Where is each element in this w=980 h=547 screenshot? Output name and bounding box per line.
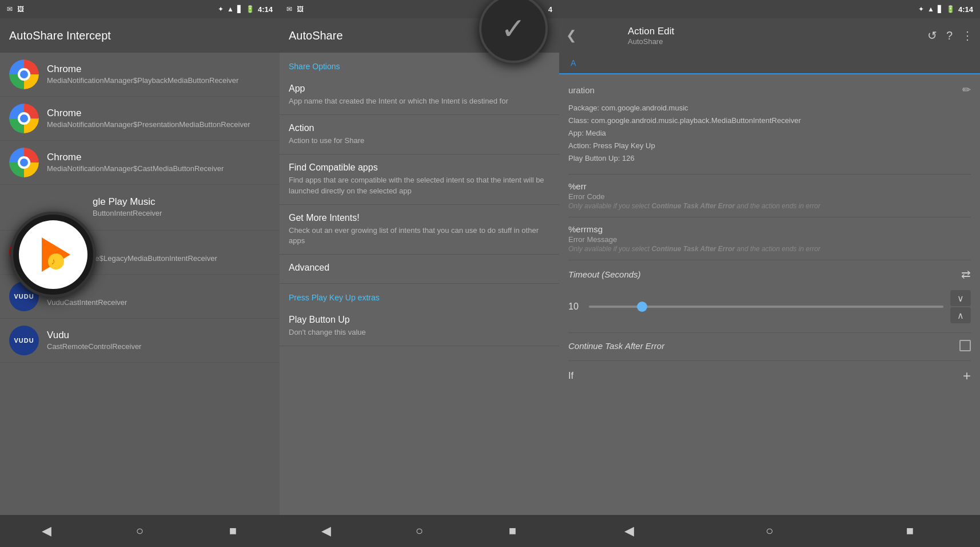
divider-2 bbox=[568, 217, 971, 217]
refresh-button[interactable]: ↺ bbox=[927, 29, 937, 42]
slider-controls: ∨ ∧ bbox=[950, 290, 971, 323]
app-name-3: Chrome bbox=[47, 152, 270, 163]
divider-5 bbox=[568, 360, 971, 361]
errmsg-variable: %errmsg Error Message Only available if … bbox=[568, 224, 971, 253]
section-label-text: uration bbox=[568, 85, 595, 95]
app-class-3: MediaNotificationManager$CastMediaButton… bbox=[47, 164, 270, 174]
app-name-4: gle Play Music bbox=[93, 196, 270, 208]
timeout-section: Timeout (Seconds) ⇄ bbox=[568, 267, 971, 281]
package-line: Package: com.google.android.music bbox=[568, 102, 971, 114]
recents-button-1[interactable]: ■ bbox=[222, 520, 245, 542]
more-button[interactable]: ⋮ bbox=[962, 29, 973, 42]
if-label: If bbox=[568, 371, 573, 381]
action-menu-subtitle: Action to use for Share bbox=[289, 136, 550, 146]
status-bar-1: ✉ 🖼 ✦ ▲ ▋ 🔋 4:14 bbox=[0, 0, 280, 18]
list-item[interactable]: VUDU Vudu CastRemoteControlReceiver bbox=[0, 319, 280, 363]
find-apps-title: Find Compatible apps bbox=[289, 162, 550, 173]
status-time-2: 4 bbox=[548, 5, 552, 14]
app-class-4: ButtonIntentReceiver bbox=[93, 209, 270, 219]
shuffle-icon[interactable]: ⇄ bbox=[961, 267, 971, 281]
add-icon[interactable]: + bbox=[963, 368, 971, 384]
err-var-desc: Error Code bbox=[568, 192, 971, 201]
status-time-3: 4:14 bbox=[958, 5, 973, 14]
signal-icon: ▋ bbox=[237, 5, 242, 13]
errmsg-var-desc: Error Message bbox=[568, 235, 971, 244]
list-item[interactable]: Chrome MediaNotificationManager$CastMedi… bbox=[0, 141, 280, 185]
status-bar-3: ✦ ▲ ▋ 🔋 4:14 bbox=[559, 0, 980, 18]
home-button-1[interactable]: ○ bbox=[129, 520, 152, 542]
screen3-header: ❮ Action Edit AutoShare bbox=[559, 18, 980, 53]
app-name-1: Chrome bbox=[47, 64, 270, 75]
app-class-2: MediaNotificationManager$PresentationMed… bbox=[47, 120, 270, 130]
home-button-3[interactable]: ○ bbox=[758, 520, 781, 542]
status-bar-left-1: ✉ 🖼 bbox=[7, 5, 24, 13]
action-line: Action: Press Play Key Up bbox=[568, 140, 971, 152]
info-block: Package: com.google.android.music Class:… bbox=[568, 102, 971, 165]
more-intents-subtitle: Check out an ever growing list of intent… bbox=[289, 225, 550, 246]
outlook-icon: ✉ bbox=[7, 5, 13, 13]
slider-up-button[interactable]: ∧ bbox=[950, 307, 971, 323]
header-title-group: Action Edit AutoShare bbox=[582, 26, 922, 46]
edit-icon[interactable]: ✏ bbox=[962, 84, 971, 96]
app-name-2: Chrome bbox=[47, 108, 270, 119]
menu-item-play-button[interactable]: Play Button Up Don't change this value bbox=[280, 307, 559, 346]
bluetooth-icon-3: ✦ bbox=[918, 5, 924, 13]
list-item[interactable]: Chrome MediaNotificationManager$Presenta… bbox=[0, 97, 280, 141]
list-item[interactable]: Chrome MediaNotificationManager$Playback… bbox=[0, 53, 280, 97]
slider-track[interactable] bbox=[589, 306, 943, 308]
app-info-6: Vudu VuduCastIntentReceiver bbox=[47, 286, 270, 308]
tab-a[interactable]: A bbox=[559, 53, 587, 74]
chrome-icon-2 bbox=[9, 104, 39, 133]
app-info-1: Chrome MediaNotificationManager$Playback… bbox=[47, 64, 270, 86]
recents-button-3[interactable]: ■ bbox=[898, 520, 921, 542]
slider-down-button[interactable]: ∨ bbox=[950, 290, 971, 306]
menu-item-more-intents[interactable]: Get More Intents! Check out an ever grow… bbox=[280, 205, 559, 255]
status-time-1: 4:14 bbox=[258, 5, 273, 14]
app-info-3: Chrome MediaNotificationManager$CastMedi… bbox=[47, 152, 270, 174]
header-title: Action Edit bbox=[628, 26, 922, 37]
outlook-icon-2: ✉ bbox=[286, 5, 292, 13]
action-menu-title: Action bbox=[289, 123, 550, 133]
help-button[interactable]: ? bbox=[946, 29, 953, 42]
divider-4 bbox=[568, 332, 971, 333]
app-info-7: Vudu CastRemoteControlReceiver bbox=[47, 330, 270, 352]
menu-item-app[interactable]: App App name that created the Intent or … bbox=[280, 76, 559, 115]
chrome-icon-1 bbox=[9, 60, 39, 89]
svg-text:♪: ♪ bbox=[51, 256, 55, 266]
back-button-3-icon[interactable]: ❮ bbox=[566, 28, 576, 43]
menu-item-advanced[interactable]: Advanced bbox=[280, 255, 559, 284]
screen2-wrapper: ✉ 🖼 4 AutoShare ✓ Share Options A bbox=[280, 0, 559, 547]
menu-item-find-apps[interactable]: Find Compatible apps Find apps that are … bbox=[280, 154, 559, 204]
battery-icon-3: 🔋 bbox=[946, 5, 955, 13]
status-bar-right-2: 4 bbox=[548, 5, 552, 14]
back-button-1[interactable]: ◀ bbox=[35, 520, 58, 542]
back-button-2[interactable]: ◀ bbox=[315, 520, 338, 542]
screen2-title: AutoShare bbox=[289, 29, 343, 42]
app-name-7: Vudu bbox=[47, 330, 270, 341]
back-button-3[interactable]: ◀ bbox=[618, 520, 641, 542]
slider-row[interactable]: 10 ∨ ∧ bbox=[568, 290, 971, 323]
bottom-nav-2: ◀ ○ ■ bbox=[280, 515, 559, 547]
signal-icon-3: ▋ bbox=[938, 5, 943, 13]
class-line: Class: com.google.android.music.playback… bbox=[568, 114, 971, 127]
app-class-7: CastRemoteControlReceiver bbox=[47, 342, 270, 352]
chrome-icon-3 bbox=[9, 148, 39, 177]
menu-item-action[interactable]: Action Action to use for Share bbox=[280, 115, 559, 154]
screen3: ✦ ▲ ▋ 🔋 4:14 ❮ bbox=[559, 0, 980, 547]
app-list[interactable]: Chrome MediaNotificationManager$Playback… bbox=[0, 53, 280, 363]
screen2-content: Share Options App App name that created … bbox=[280, 53, 559, 346]
screen1-header: AutoShare Intercept bbox=[0, 18, 280, 53]
status-bar-right-1: ✦ ▲ ▋ 🔋 4:14 bbox=[218, 5, 273, 14]
advanced-title: Advanced bbox=[289, 263, 550, 273]
app-menu-subtitle: App name that created the Intent or whic… bbox=[289, 96, 550, 106]
slider-thumb[interactable] bbox=[637, 302, 647, 312]
home-button-2[interactable]: ○ bbox=[408, 520, 431, 542]
screen1-title: AutoShare Intercept bbox=[9, 29, 111, 42]
checkmark-icon: ✓ bbox=[501, 11, 526, 46]
continue-task-row[interactable]: Continue Task After Error bbox=[568, 340, 971, 351]
recents-button-2[interactable]: ■ bbox=[501, 520, 524, 542]
section-label: uration ✏ bbox=[568, 84, 971, 96]
bottom-nav-3: ◀ ○ ■ bbox=[559, 515, 980, 547]
continue-task-checkbox[interactable] bbox=[959, 340, 971, 351]
err-var-note: Only available if you select Continue Ta… bbox=[568, 202, 971, 210]
